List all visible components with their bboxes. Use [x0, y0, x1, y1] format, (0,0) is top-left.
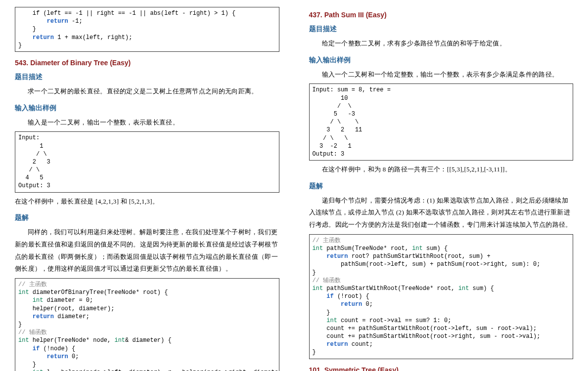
- io-example-block-r: Input: sum = 8, tree = 10 / \ 5 -3 / \ \…: [309, 83, 574, 161]
- solution-text: 同样的，我们可以利用递归来处理树。解题时要注意，在我们处理某个子树时，我们更新的…: [15, 226, 279, 275]
- description-text-r: 给定一个整数二叉树，求有多少条路径节点值的和等于给定值。: [309, 38, 574, 50]
- solution-code-437: // 主函数 int pathSum(TreeNode* root, int s…: [309, 234, 574, 359]
- solution-text-r: 递归每个节点时，需要分情况考虑：(1) 如果选取该节点加入路径，则之后必须继续加…: [309, 195, 574, 231]
- heading-io-r: 输入输出样例: [309, 56, 574, 65]
- io-text-r: 输入一个二叉树和一个给定整数，输出一个整数，表示有多少条满足条件的路径。: [309, 69, 574, 81]
- heading-description: 题目描述: [15, 73, 279, 82]
- solution-code-543: // 主函数 int diameterOfBinaryTree(TreeNode…: [15, 278, 279, 371]
- io-note: 在这个样例中，最长直径是 [4,2,1,3] 和 [5,2,1,3]。: [15, 196, 279, 208]
- description-text: 求一个二叉树的最长直径。直径的定义是二叉树上任意两节点之间的无向距离。: [15, 85, 279, 98]
- heading-solution: 题解: [15, 213, 279, 222]
- io-example-block: Input: 1 / \ 2 3 / \ 4 5 Output: 3: [15, 131, 279, 192]
- heading-io: 输入输出样例: [15, 104, 279, 113]
- left-page: if (left == -1 || right == -1 || abs(lef…: [0, 0, 294, 371]
- io-note-r: 在这个样例中，和为 8 的路径一共有三个：[[5,3],[5,2,1],[-3,…: [309, 164, 574, 176]
- section-title-543: 543. Diameter of Binary Tree (Easy): [15, 59, 279, 67]
- heading-description-r: 题目描述: [309, 25, 574, 34]
- right-page: 437. Path Sum III (Easy) 题目描述 给定一个整数二叉树，…: [294, 0, 588, 371]
- section-title-437: 437. Path Sum III (Easy): [309, 11, 574, 19]
- io-text: 输入是一个二叉树，输出一个整数，表示最长直径。: [15, 117, 279, 129]
- section-title-101: 101. Symmetric Tree (Easy): [309, 366, 574, 371]
- code-fragment-top: if (left == -1 || right == -1 || abs(lef…: [15, 7, 279, 52]
- heading-solution-r: 题解: [309, 182, 574, 191]
